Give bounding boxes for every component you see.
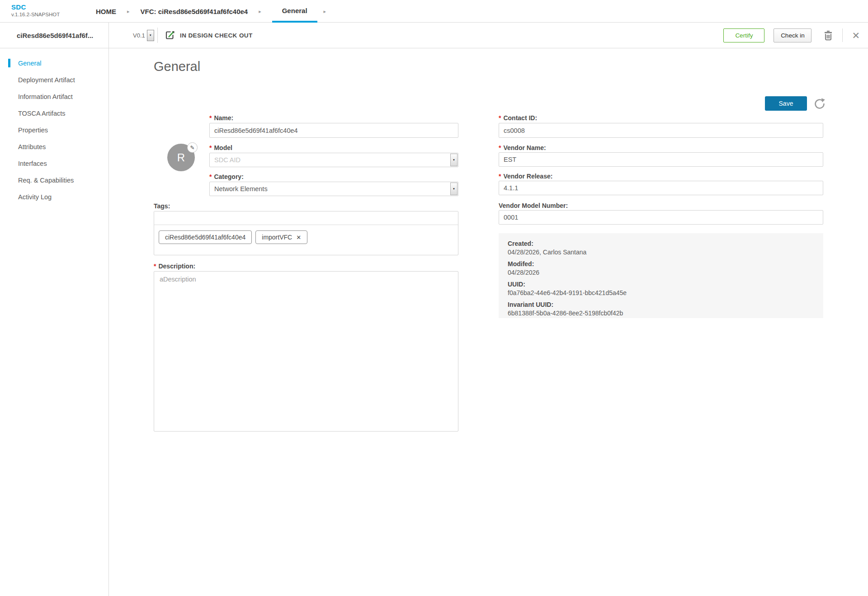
model-label: *Model [209, 144, 232, 151]
vendor-model-number-input[interactable] [499, 210, 823, 225]
tag-chip: ciResd86e5d69f41af6fc40e4 [159, 230, 252, 244]
toolbar-divider [157, 28, 158, 43]
model-select[interactable]: SDC AID ▼ [209, 153, 458, 167]
pencil-icon: ✎ [190, 145, 194, 151]
sidebar-item-label: Deployment Artifact [18, 76, 75, 84]
uuid-value: f0a76ba2-44e6-42b4-9191-bbc421d5a45e [508, 289, 814, 297]
breadcrumb-arrow-icon: ▸ [127, 0, 130, 23]
uuid-label: UUID: [508, 280, 814, 289]
required-marker: * [154, 263, 156, 270]
modified-value: 04/28/2026 [508, 268, 814, 277]
vendor-name-label: *Vendor Name: [499, 144, 546, 151]
sidebar: General Deployment Artifact Information … [0, 48, 109, 596]
certify-button[interactable]: Certify [723, 28, 764, 42]
workspace-toolbar: ciResd86e5d69f41af6f... V0.1 ▼ IN DESIGN… [0, 23, 868, 48]
tag-chip: importVFC✕ [255, 230, 307, 244]
breadcrumb-general[interactable]: General [272, 0, 317, 23]
check-in-button[interactable]: Check in [774, 28, 811, 42]
tag-chips: ciResd86e5d69f41af6fc40e4 importVFC✕ [154, 225, 458, 249]
remove-tag-icon[interactable]: ✕ [296, 234, 301, 241]
sidebar-item-activity-log[interactable]: Activity Log [0, 188, 108, 205]
lifecycle-state-label: IN DESIGN CHECK OUT [180, 32, 253, 39]
dropdown-arrow-icon: ▼ [450, 154, 458, 166]
sidebar-item-interfaces[interactable]: Interfaces [0, 155, 108, 172]
avatar: R ✎ [167, 144, 195, 171]
sidebar-item-deployment-artifact[interactable]: Deployment Artifact [0, 71, 108, 88]
page-title: General [154, 59, 200, 74]
created-meta: Created: 04/28/2026, Carlos Santana [508, 239, 814, 257]
category-select[interactable]: Network Elements ▼ [209, 182, 458, 196]
contact-id-label: *Contact ID: [499, 114, 537, 122]
toolbar-divider [842, 28, 843, 42]
version-dropdown-icon[interactable]: ▼ [147, 30, 154, 41]
close-icon: ✕ [852, 31, 860, 40]
version-select[interactable]: V0.1 ▼ [133, 23, 154, 48]
modified-label: Modifed: [508, 260, 814, 268]
breadcrumb-home[interactable]: HOME [96, 0, 116, 23]
category-value: Network Elements [214, 185, 450, 192]
sidebar-item-general[interactable]: General [0, 55, 108, 71]
tags-box: ciResd86e5d69f41af6fc40e4 importVFC✕ [154, 211, 458, 255]
tags-input[interactable] [154, 211, 458, 225]
sidebar-item-tosca-artifacts[interactable]: TOSCA Artifacts [0, 105, 108, 122]
vendor-model-number-label: Vendor Model Number: [499, 202, 568, 209]
sidebar-item-information-artifact[interactable]: Information Artifact [0, 88, 108, 105]
component-title: ciResd86e5d69f41af6f... [0, 23, 109, 48]
dropdown-arrow-icon: ▼ [450, 183, 458, 195]
name-label: *Name: [209, 114, 233, 122]
description-textarea[interactable]: aDescription [154, 271, 458, 432]
required-marker: * [499, 144, 501, 151]
delete-button[interactable] [823, 30, 833, 41]
vendor-release-input[interactable] [499, 181, 823, 195]
general-page: General Save R ✎ *Name: *Model SDC AID ▼… [109, 48, 868, 596]
contact-id-input[interactable] [499, 123, 823, 138]
sidebar-item-label: Properties [18, 127, 48, 134]
trash-icon [823, 30, 833, 41]
name-input[interactable] [209, 123, 458, 138]
close-button[interactable]: ✕ [852, 31, 860, 40]
sidebar-item-label: Interfaces [18, 160, 47, 167]
invariant-uuid-value: 6b81388f-5b0a-4286-8ee2-5198fcb0f42b [508, 309, 814, 318]
save-button[interactable]: Save [765, 96, 807, 111]
vendor-name-input[interactable] [499, 152, 823, 167]
required-marker: * [209, 173, 212, 180]
revert-button[interactable] [813, 98, 826, 110]
sidebar-item-req-capabilities[interactable]: Req. & Capabilities [0, 172, 108, 188]
tag-chip-label: ciResd86e5d69f41af6fc40e4 [165, 234, 245, 241]
sidebar-item-label: Req. & Capabilities [18, 177, 74, 184]
invariant-uuid-meta: Invariant UUID: 6b81388f-5b0a-4286-8ee2-… [508, 300, 814, 318]
tag-chip-label: importVFC [262, 234, 292, 241]
sidebar-item-properties[interactable]: Properties [0, 122, 108, 138]
active-indicator [8, 59, 10, 67]
breadcrumb-arrow-icon: ▸ [324, 0, 326, 23]
breadcrumb: HOME ▸ VFC: ciResd86e5d69f41af6fc40e4 ▸ … [96, 0, 326, 23]
top-header: SDC v.1.16.2-SNAPSHOT HOME ▸ VFC: ciResd… [0, 0, 868, 23]
app-version: v.1.16.2-SNAPSHOT [11, 12, 60, 17]
sidebar-item-label: General [18, 60, 42, 67]
lifecycle-state: IN DESIGN CHECK OUT [165, 23, 253, 48]
version-value: V0.1 [133, 32, 145, 39]
required-marker: * [499, 114, 501, 122]
refresh-icon [813, 98, 826, 110]
created-label: Created: [508, 239, 814, 248]
sidebar-item-attributes[interactable]: Attributes [0, 138, 108, 155]
logo-title: SDC [11, 3, 60, 11]
toolbar-actions: Certify Check in ✕ [723, 23, 860, 48]
description-label: *Description: [154, 263, 195, 270]
tags-label: Tags: [154, 202, 170, 210]
edit-icon-button[interactable]: ✎ [187, 142, 198, 153]
vendor-release-label: *Vendor Release: [499, 173, 552, 180]
required-marker: * [499, 173, 501, 180]
category-label: *Category: [209, 173, 244, 180]
sdc-logo[interactable]: SDC v.1.16.2-SNAPSHOT [11, 3, 60, 17]
created-value: 04/28/2026, Carlos Santana [508, 248, 814, 257]
breadcrumb-vfc[interactable]: VFC: ciResd86e5d69f41af6fc40e4 [141, 0, 248, 23]
sidebar-item-label: Attributes [18, 143, 46, 150]
uuid-meta: UUID: f0a76ba2-44e6-42b4-9191-bbc421d5a4… [508, 280, 814, 297]
modified-meta: Modifed: 04/28/2026 [508, 260, 814, 277]
sidebar-item-label: Information Artifact [18, 93, 73, 100]
model-value: SDC AID [214, 156, 450, 164]
breadcrumb-arrow-icon: ▸ [259, 0, 261, 23]
sidebar-item-label: Activity Log [18, 193, 52, 201]
required-marker: * [209, 144, 212, 151]
